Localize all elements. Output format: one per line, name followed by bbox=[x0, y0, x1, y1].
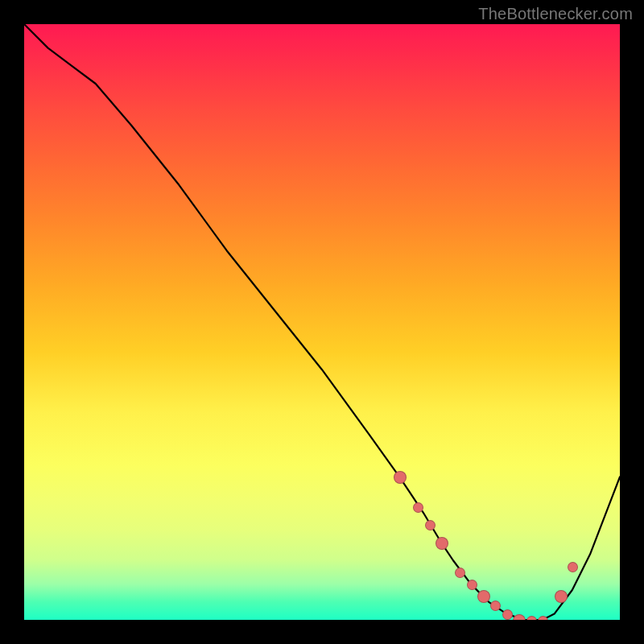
data-point-marker bbox=[568, 562, 578, 572]
data-point-marker bbox=[413, 502, 423, 513]
data-point-marker bbox=[467, 580, 477, 590]
curve-markers bbox=[24, 24, 620, 620]
chart-stage: TheBottlenecker.com bbox=[0, 0, 644, 644]
watermark-text: TheBottlenecker.com bbox=[478, 5, 633, 23]
data-point-marker bbox=[502, 609, 513, 620]
data-point-marker bbox=[538, 616, 548, 621]
data-point-marker bbox=[425, 520, 436, 530]
data-point-marker bbox=[394, 471, 407, 484]
data-point-marker bbox=[526, 616, 537, 621]
data-point-marker bbox=[513, 614, 526, 620]
data-point-marker bbox=[455, 568, 465, 578]
data-point-marker bbox=[436, 537, 448, 550]
plot-area bbox=[24, 24, 620, 620]
data-point-marker bbox=[555, 590, 568, 603]
data-point-marker bbox=[490, 601, 501, 611]
data-point-marker bbox=[477, 590, 490, 603]
